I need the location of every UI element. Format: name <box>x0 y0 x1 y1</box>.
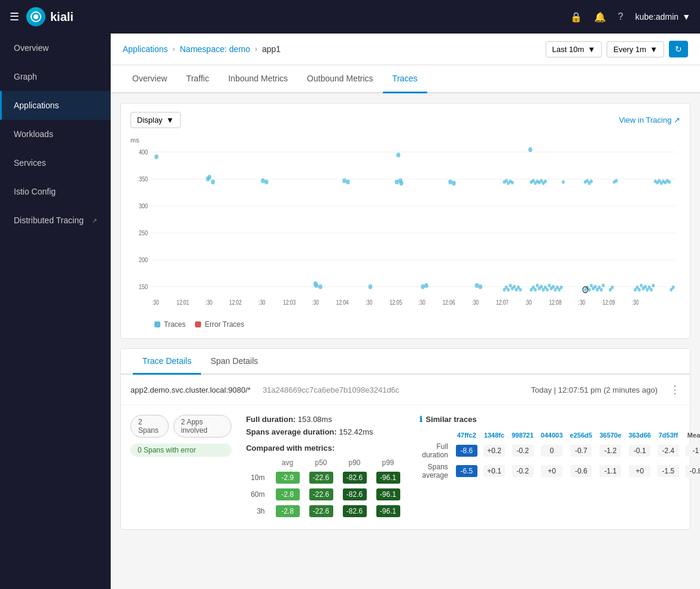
col-e256d5[interactable]: e256d5 <box>567 430 596 441</box>
svg-text::30: :30 <box>152 299 159 306</box>
svg-text::30: :30 <box>312 299 319 306</box>
tab-span-details[interactable]: Span Details <box>201 349 267 375</box>
svg-point-45 <box>395 180 399 184</box>
svg-text:12:02: 12:02 <box>229 299 242 306</box>
apps-badge-label: 2 Apps involved <box>181 418 224 435</box>
cell-363d66-sa: +0 <box>625 461 655 481</box>
svg-point-94 <box>562 180 565 184</box>
spans-badge-label: 2 Spans <box>138 418 161 435</box>
user-menu[interactable]: kube:admin ▼ <box>635 12 690 22</box>
cell-044003-fd: 0 <box>537 441 567 461</box>
svg-point-108 <box>590 180 593 183</box>
tab-outbound-metrics[interactable]: Outbound Metrics <box>297 65 383 93</box>
col-998721[interactable]: 998721 <box>508 430 537 441</box>
trace-tabs: Trace Details Span Details <box>121 349 690 375</box>
chart-y-label: ms <box>130 136 680 144</box>
sidebar-item-distributed-tracing[interactable]: Distributed Tracing ↗ <box>0 206 111 235</box>
svg-point-54 <box>478 284 482 289</box>
sidebar-item-services[interactable]: Services <box>0 148 111 177</box>
cell-7d53ff-fd: -2.4 <box>655 441 682 461</box>
sidebar-item-workloads[interactable]: Workloads <box>0 120 111 148</box>
col-7d53ff[interactable]: 7d53ff <box>655 430 682 441</box>
view-in-tracing-link[interactable]: View in Tracing ↗ <box>619 116 680 125</box>
col-044003[interactable]: 044003 <box>537 430 567 441</box>
svg-text:12:05: 12:05 <box>389 299 402 306</box>
svg-text:12:01: 12:01 <box>176 299 189 306</box>
top-navigation: ☰ kiali 🔒 🔔 ? kube:admin ▼ <box>0 0 700 34</box>
trace-more-options[interactable]: ⋮ <box>669 383 680 396</box>
svg-point-97 <box>588 288 591 292</box>
breadcrumb-applications[interactable]: Applications <box>123 44 168 54</box>
sidebar-item-overview[interactable]: Overview <box>0 34 111 62</box>
chart-svg[interactable]: 400 350 300 250 200 150 :30 12:01 :30 12… <box>130 146 680 315</box>
svg-point-63 <box>519 288 522 292</box>
svg-text::30: :30 <box>205 299 212 306</box>
hamburger-icon[interactable]: ☰ <box>10 10 19 23</box>
time-range-select[interactable]: Last 10m ▼ <box>546 41 602 57</box>
col-p99: p99 <box>372 456 405 469</box>
svg-text:200: 200 <box>139 256 148 263</box>
tab-trace-details[interactable]: Trace Details <box>133 349 201 375</box>
cell-mean-sa: -0.8 <box>682 461 700 481</box>
trace-body: 2 Spans 2 Apps involved 0 Spans with err… <box>121 405 690 529</box>
svg-text:12:08: 12:08 <box>549 299 562 306</box>
svg-point-50 <box>396 153 400 157</box>
cell-36570e-fd: -1.2 <box>596 441 625 461</box>
refresh-interval-value: Every 1m <box>613 45 646 54</box>
cell-998721-sa: -0.2 <box>508 461 537 481</box>
col-47ffc2[interactable]: 47ffc2 <box>453 430 480 441</box>
tab-traffic[interactable]: Traffic <box>176 65 218 93</box>
svg-point-1 <box>34 14 38 19</box>
cell-3h-p99: -96.1 <box>372 503 405 520</box>
help-icon[interactable]: ? <box>618 11 623 22</box>
full-duration-value: 153.08ms <box>298 415 332 424</box>
col-1348fc[interactable]: 1348fc <box>480 430 508 441</box>
cell-3h-avg: -2.8 <box>271 503 305 520</box>
cell-10m-p99: -96.1 <box>372 469 405 486</box>
refresh-interval-select[interactable]: Every 1m ▼ <box>607 41 664 57</box>
page-tabs: Overview Traffic Inbound Metrics Outboun… <box>111 65 700 93</box>
info-icon: ℹ <box>419 415 422 424</box>
apps-badge: 2 Apps involved <box>174 415 232 438</box>
cell-e256d5-fd: -0.7 <box>567 441 596 461</box>
traces-chart-card: Display ▼ View in Tracing ↗ ms <box>120 103 690 339</box>
trace-id: 31a248669cc7ca6ebe7b1098e3241d6c <box>263 385 399 394</box>
svg-point-69 <box>528 147 532 152</box>
legend-error-traces-label: Error Traces <box>205 320 244 329</box>
cell-47ffc2-fd: -8.6 <box>453 441 480 461</box>
sidebar-label-overview: Overview <box>14 43 48 53</box>
logo-icon <box>26 7 45 26</box>
label-60m: 60m <box>246 486 270 503</box>
sidebar-item-applications[interactable]: Applications <box>0 91 111 120</box>
trace-metrics: Full duration: 153.08ms Spans average du… <box>246 415 404 520</box>
svg-text:400: 400 <box>139 148 148 156</box>
sidebar-label-workloads: Workloads <box>14 129 53 139</box>
col-mean: Mean <box>682 430 700 441</box>
svg-point-43 <box>346 180 350 184</box>
external-link-icon: ↗ <box>92 217 97 224</box>
svg-text::30: :30 <box>366 299 373 306</box>
lock-icon[interactable]: 🔒 <box>570 11 582 23</box>
cell-3h-p90: -82.6 <box>338 503 372 520</box>
tab-traces[interactable]: Traces <box>383 65 427 93</box>
breadcrumb-namespace[interactable]: Namespace: demo <box>180 44 251 54</box>
tab-inbound-metrics[interactable]: Inbound Metrics <box>218 65 297 93</box>
col-363d66[interactable]: 363d66 <box>625 430 655 441</box>
similar-traces-title: Similar traces <box>426 415 477 424</box>
refresh-button[interactable]: ↻ <box>669 41 688 57</box>
label-full-duration: Fullduration <box>419 441 453 461</box>
bell-icon[interactable]: 🔔 <box>594 11 606 23</box>
svg-text:150: 150 <box>139 283 148 290</box>
compared-label: Compared with metrics: <box>246 444 404 453</box>
label-3h: 3h <box>246 503 270 520</box>
chart-header: Display ▼ View in Tracing ↗ <box>121 104 690 136</box>
svg-point-132 <box>672 286 675 289</box>
col-36570e[interactable]: 36570e <box>596 430 625 441</box>
error-spans-badge: 0 Spans with error <box>130 444 232 457</box>
sidebar-item-istio-config[interactable]: Istio Config <box>0 177 111 206</box>
sidebar-item-graph[interactable]: Graph <box>0 62 111 91</box>
tab-overview[interactable]: Overview <box>123 65 176 93</box>
svg-point-81 <box>552 285 555 289</box>
svg-text:350: 350 <box>139 175 148 183</box>
display-button[interactable]: Display ▼ <box>130 112 181 128</box>
